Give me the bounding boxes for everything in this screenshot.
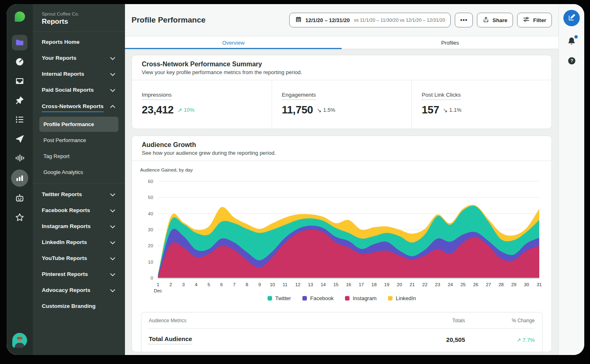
svg-text:16: 16: [346, 282, 352, 287]
sidebar-item-your-reports[interactable]: Your Reports: [33, 50, 125, 66]
metric-impressions: Impressions23,412↗10%: [132, 80, 272, 129]
svg-text:30: 30: [524, 282, 529, 287]
icon-rail: [7, 4, 33, 355]
legend-swatch: [345, 296, 349, 301]
sidebar-item-facebook-reports[interactable]: Facebook Reports: [33, 203, 125, 219]
svg-text:11: 11: [283, 282, 288, 287]
svg-text:29: 29: [511, 282, 517, 287]
filter-button[interactable]: Filter: [517, 13, 552, 27]
company-name: Sprout Coffee Co.: [42, 11, 116, 16]
pin-icon[interactable]: [12, 93, 27, 108]
chevron-down-icon: [110, 193, 115, 197]
svg-text:31: 31: [537, 282, 542, 287]
svg-text:9: 9: [259, 282, 261, 287]
star-icon[interactable]: [12, 210, 27, 225]
chevron-down-icon: [110, 73, 115, 76]
svg-text:26: 26: [473, 282, 479, 287]
sidebar-item-internal-reports[interactable]: Internal Reports: [33, 66, 125, 82]
compose-icon: [568, 14, 576, 23]
legend-linkedin[interactable]: LinkedIn: [388, 295, 416, 301]
metric-value: 11,750: [282, 104, 313, 116]
sidebar-item-paid-social-reports[interactable]: Paid Social Reports: [33, 82, 125, 98]
dashboard-gauge-icon[interactable]: [12, 54, 27, 70]
bot-icon[interactable]: [12, 190, 27, 206]
calendar-icon: [295, 16, 302, 24]
svg-text:40: 40: [148, 211, 153, 216]
summary-subtitle: View your key profile performance metric…: [142, 69, 542, 75]
audience-growth-card: Audience Growth See how your audience gr…: [132, 136, 552, 352]
svg-text:1: 1: [157, 282, 159, 287]
sidebar-subitem-google-analytics[interactable]: Google Analytics: [39, 165, 118, 180]
report-topbar: Profile Performance 12/1/20 – 12/31/20 v…: [125, 4, 558, 36]
metric-label[interactable]: Engagements: [282, 92, 316, 100]
chevron-down-icon: [110, 241, 115, 244]
share-button[interactable]: Share: [477, 13, 513, 27]
svg-text:24: 24: [448, 282, 453, 287]
date-range-label: 12/1/20 – 12/31/20: [305, 17, 349, 23]
date-range-button[interactable]: 12/1/20 – 12/31/20 vs 11/1/20 – 11/30/20…: [289, 13, 451, 27]
feed-list-icon[interactable]: [12, 112, 27, 127]
sidebar-item-youtube-reports[interactable]: YouTube Reports: [33, 251, 125, 267]
svg-text:10: 10: [270, 282, 275, 287]
svg-text:22: 22: [422, 282, 428, 287]
network-report-sections: Twitter ReportsFacebook ReportsInstagram…: [33, 187, 125, 314]
legend-facebook[interactable]: Facebook: [302, 295, 334, 301]
svg-text:17: 17: [359, 282, 364, 287]
reports-bars-icon[interactable]: [11, 170, 28, 187]
svg-text:15: 15: [334, 282, 339, 287]
sidebar-item-instagram-reports[interactable]: Instagram Reports: [33, 219, 125, 235]
svg-text:5: 5: [208, 282, 210, 287]
metric-label[interactable]: Impressions: [142, 92, 172, 100]
svg-text:?: ?: [570, 58, 573, 63]
svg-text:8: 8: [246, 282, 248, 287]
help-button[interactable]: ?: [567, 57, 576, 67]
summary-card-header: Cross-Network Performance Summary View y…: [132, 55, 551, 80]
sidebar-item-twitter-reports[interactable]: Twitter Reports: [33, 187, 125, 203]
legend-swatch: [388, 296, 393, 301]
more-options-button[interactable]: •••: [455, 13, 473, 27]
total-audience-label[interactable]: Total Audience: [149, 335, 192, 344]
metric-value: 157: [422, 104, 439, 116]
compose-button[interactable]: [563, 10, 580, 26]
notifications-button[interactable]: [567, 36, 576, 47]
sidebar-item-advocacy-reports[interactable]: Advocacy Reports: [33, 283, 125, 298]
svg-text:0: 0: [150, 276, 153, 280]
legend-twitter[interactable]: Twitter: [268, 295, 291, 301]
sidebar-item-reports-home[interactable]: Reports Home: [33, 34, 125, 50]
publishing-plane-icon[interactable]: [12, 131, 27, 147]
legend-instagram[interactable]: Instagram: [345, 295, 377, 301]
folder-icon[interactable]: [12, 35, 27, 50]
legend-swatch: [302, 296, 307, 301]
sidebar-subitem-post-performance[interactable]: Post Performance: [39, 133, 118, 148]
sidebar-item-customize-branding[interactable]: Customize Branding: [33, 298, 125, 314]
listening-waves-icon[interactable]: [12, 150, 27, 166]
svg-text:19: 19: [384, 282, 390, 287]
tab-profiles[interactable]: Profiles: [342, 36, 558, 49]
sprout-logo-icon[interactable]: [14, 11, 26, 23]
filter-label: Filter: [533, 17, 546, 23]
sidebar-subitem-tag-report[interactable]: Tag Report: [39, 149, 118, 164]
inbox-icon[interactable]: [12, 73, 27, 89]
svg-text:13: 13: [308, 282, 313, 287]
user-avatar[interactable]: [12, 333, 27, 348]
filter-icon: [523, 16, 530, 24]
tab-overview[interactable]: Overview: [125, 36, 342, 49]
metric-label[interactable]: Post Link Clicks: [422, 92, 461, 100]
metric-change: ↗10%: [177, 107, 195, 113]
metric-change: ↘1.1%: [443, 107, 461, 113]
svg-text:14: 14: [320, 282, 326, 287]
svg-text:60: 60: [148, 179, 153, 184]
svg-text:3: 3: [182, 282, 185, 287]
audience-growth-chart[interactable]: 0102030405060123456789101112131415161718…: [140, 176, 543, 294]
audience-title: Audience Growth: [142, 141, 542, 149]
svg-text:50: 50: [148, 195, 153, 200]
sidebar-subitem-profile-performance[interactable]: Profile Performance: [39, 117, 118, 132]
trend-up-arrow-icon: ↗: [177, 107, 182, 113]
table-header: Audience Metrics Totals % Change: [141, 312, 542, 328]
report-nav-sections: Reports HomeYour ReportsInternal Reports…: [33, 34, 125, 114]
sidebar-item-linkedin-reports[interactable]: LinkedIn Reports: [33, 235, 125, 251]
sidebar-item-pinterest-reports[interactable]: Pinterest Reports: [33, 267, 125, 283]
chevron-down-icon: [110, 289, 115, 292]
sidebar-item-cross-network-reports[interactable]: Cross-Network Reports: [33, 98, 125, 114]
col-change: % Change: [465, 318, 535, 323]
